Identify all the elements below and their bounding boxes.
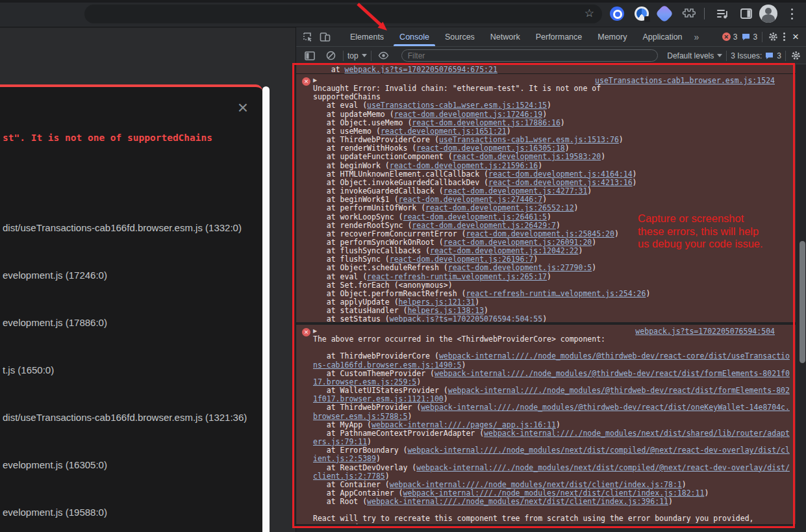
clear-console-icon[interactable] [322, 48, 339, 64]
console-filter-input[interactable] [401, 49, 659, 62]
side-panel-icon[interactable] [739, 6, 753, 21]
stack-file-link[interactable]: react-dom.development.js:4164:14 [488, 170, 633, 179]
stack-file-link[interactable]: react-refresh-runtim…velopment.js:254:26 [466, 289, 646, 298]
more-tabs-chevron[interactable]: » [690, 32, 703, 42]
profile-avatar[interactable] [759, 5, 777, 23]
stack-file-link[interactable]: react.development.js:1651:21 [381, 127, 507, 136]
stack-file-link[interactable]: webpack-internal:///./node_modules/next/… [390, 480, 682, 489]
stack-file-link[interactable]: webpack-internal:///./node_modules/next/… [313, 463, 790, 481]
stack-file-item[interactable]: dist/useTransactions-cab166fd.browser.es… [3, 394, 260, 441]
stack-file-link[interactable]: react-dom.development.js:4277:31 [444, 186, 588, 196]
stack-file-link[interactable]: webpack-internal:///./node_modules/@thir… [313, 403, 790, 420]
console-issue-count[interactable]: 3 [742, 32, 757, 42]
stack-file-link[interactable]: react-refresh-runtim…velopment.js:265:17 [367, 272, 547, 281]
console-scrollbar-thumb[interactable] [800, 241, 805, 363]
bookmark-star-icon[interactable]: ☆ [585, 6, 594, 21]
stack-file-link[interactable]: webpack-internal:///./node_modules/next/… [367, 497, 668, 506]
stack-file-link[interactable]: useTransactions-cab1…wser.esm.js:1524:15 [367, 101, 547, 110]
extension-gem-icon[interactable] [655, 5, 674, 23]
tab-memory[interactable]: Memory [590, 27, 635, 46]
stack-file-link[interactable]: react-dom.development.js:27446:7 [399, 195, 543, 204]
console-message-uncaught-error: ×useTransactions-cab1…browser.esm.js:152… [296, 74, 796, 325]
stack-file-item[interactable]: evelopment.js (17886:0) [3, 299, 260, 346]
extension-dial-icon[interactable] [635, 6, 649, 21]
toolbar-separator [343, 51, 344, 61]
browser-menu-kebab-icon[interactable] [791, 8, 793, 10]
stack-file-link[interactable]: react-dom.development.js:26461:5 [403, 212, 547, 222]
stack-file-link[interactable]: webpack.js?ts=1702205076594:504:55 [390, 314, 542, 323]
stack-file-item[interactable]: evelopment.js (19588:0) [3, 488, 260, 532]
stack-file-link[interactable]: webpack-internal:///./node_modules/@thir… [313, 351, 790, 369]
live-expression-eye-icon[interactable] [375, 48, 392, 64]
stack-file-link[interactable]: react-dom.development.js:4213:16 [488, 178, 633, 187]
console-message-prior-stack-line: at webpack.js?ts=1702205076594:675:21 [296, 64, 796, 74]
error-badge-icon: × [302, 77, 310, 86]
stack-file-link[interactable]: react-dom.development.js:19583:20 [453, 152, 601, 161]
message-text: at webpack.js?ts=1702205076594:675:21 [313, 66, 793, 74]
devtools-close-icon[interactable]: × [790, 31, 801, 42]
tab-performance[interactable]: Performance [528, 27, 590, 46]
stack-file-link[interactable]: react-dom.development.js:27790:5 [448, 263, 592, 272]
tab-network[interactable]: Network [483, 27, 528, 46]
console-sidebar-icon[interactable] [301, 48, 318, 64]
console-message-component-error: ×webpack.js?ts=1702205076594:504▶The abo… [296, 325, 796, 525]
device-toolbar-icon[interactable] [316, 29, 333, 45]
stack-file-link[interactable]: webpack-internal:///./pages/_app.js:16:1… [372, 420, 556, 429]
console-toolbar: top Default levels 3 Issues: 3 [296, 47, 806, 64]
stack-file-link[interactable]: react-dom.development.js:26552:12 [425, 203, 573, 212]
overlay-error-text: st". It is not one of supportedChains [3, 133, 212, 143]
stack-file-item[interactable]: t.js (1650:0) [3, 346, 260, 394]
stack-file-link[interactable]: webpack.js?ts=1702205076594:675:21 [344, 65, 497, 74]
message-text: The above error occurred in the <Thirdwe… [313, 335, 793, 525]
context-selector[interactable]: top [347, 51, 367, 60]
stack-file-link[interactable]: react-dom.development.js:16305:18 [416, 144, 564, 153]
message-source-link[interactable]: useTransactions-cab1…browser.esm.js:1524 [595, 77, 775, 85]
window-edge [0, 0, 806, 3]
address-bar[interactable]: ☆ [84, 5, 602, 23]
stack-file-link[interactable]: react-dom.development.js:12042:22 [430, 246, 578, 255]
stack-file-link[interactable]: react-dom.development.js:26196:7 [390, 255, 534, 264]
extension-donut-icon[interactable] [610, 6, 624, 21]
stack-file-link[interactable]: webpack-internal:///./node_modules/next/… [313, 446, 790, 463]
devtools-menu-kebab-icon[interactable] [783, 32, 785, 34]
stack-file-link[interactable]: react-dom.development.js:17886:16 [412, 118, 560, 127]
toolbar-separator [785, 51, 786, 61]
extensions-puzzle-icon[interactable] [681, 6, 696, 21]
stack-file-link[interactable]: webpack-internal:///./node_modules/next/… [313, 429, 790, 446]
issues-counter[interactable]: 3 Issues: 3 [731, 51, 781, 60]
console-settings-gear-icon[interactable] [790, 48, 801, 64]
tab-elements[interactable]: Elements [342, 27, 392, 46]
inspect-element-icon[interactable] [299, 29, 316, 45]
overlay-close-icon[interactable]: × [233, 99, 253, 118]
tab-console[interactable]: Console [392, 27, 437, 46]
stack-file-link[interactable]: useTransactions-cab1…wser.esm.js:1513:76 [439, 135, 619, 144]
toolbar-separator [726, 51, 727, 61]
tab-sources[interactable]: Sources [437, 27, 483, 46]
console-log-area: at webpack.js?ts=1702205076594:675:21×us… [296, 64, 806, 532]
stack-file-link[interactable]: react-dom.development.js:26091:20 [444, 238, 592, 247]
devtools-settings-gear-icon[interactable] [767, 29, 779, 45]
message-source-link[interactable]: webpack.js?ts=1702205076594:504 [635, 327, 775, 336]
stack-file-link[interactable]: webpack-internal:///./node_modules/@thir… [313, 386, 790, 403]
stack-file-link[interactable]: react-dom.development.js:17246:19 [394, 110, 542, 119]
overlay-scrollbar[interactable] [262, 86, 270, 532]
error-badge-icon: × [302, 328, 310, 336]
stack-file-link[interactable]: helpers.js:121:31 [399, 298, 475, 307]
console-error-count[interactable]: ✕ 3 [722, 32, 738, 42]
tabbar-separator [762, 32, 762, 42]
stack-file-item[interactable]: evelopment.js (17246:0) [3, 251, 260, 299]
tab-application[interactable]: Application [635, 27, 690, 46]
stack-file-item[interactable]: evelopment.js (16305:0) [3, 441, 260, 488]
stack-file-link[interactable]: react-dom.development.js:21596:16 [390, 161, 538, 170]
log-levels-selector[interactable]: Default levels [667, 51, 722, 60]
stack-file-link[interactable]: helpers.js:138:13 [407, 306, 484, 315]
chevron-down-icon [717, 54, 722, 57]
stack-file-link[interactable]: react-dom.development.js:25845:20 [466, 229, 614, 238]
overlay-stack-file-list: dist/useTransactions-cab166fd.browser.es… [3, 204, 260, 532]
stack-file-link[interactable]: webpack-internal:///./node_modules/@thir… [313, 369, 790, 386]
chevron-down-icon [362, 54, 367, 57]
stack-file-link[interactable]: webpack-internal:///./node_modules/next/… [403, 488, 704, 498]
stack-file-item[interactable]: dist/useTransactions-cab166fd.browser.es… [3, 204, 260, 251]
stack-file-link[interactable]: react-dom.development.js:26429:7 [412, 221, 556, 230]
media-queue-icon[interactable] [716, 6, 730, 21]
